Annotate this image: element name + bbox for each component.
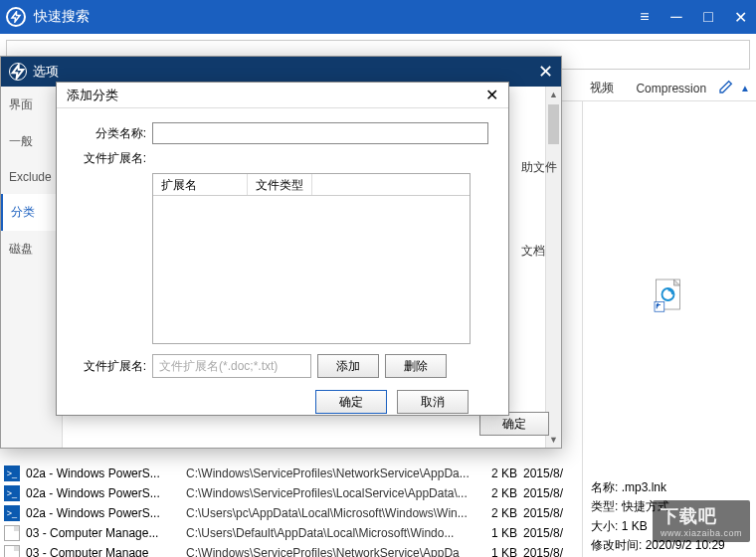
category-name-label: 分类名称: <box>77 125 146 142</box>
file-name: 02a - Windows PowerS... <box>26 486 180 500</box>
powershell-icon: >_ <box>4 485 20 501</box>
file-path: C:\Windows\ServiceProfiles\NetworkServic… <box>186 546 472 557</box>
scroll-up-icon[interactable]: ▲ <box>546 87 561 102</box>
add-button[interactable]: 添加 <box>317 354 379 378</box>
file-row[interactable]: >_02a - Windows PowerS...C:\Windows\Serv… <box>0 464 582 483</box>
modal-titlebar: 添加分类 ✕ <box>57 83 508 108</box>
minimize-icon[interactable]: ─ <box>666 8 686 27</box>
nav-exclude[interactable]: Exclude <box>1 160 62 194</box>
scrollbar[interactable]: ▲ ▼ <box>545 87 561 448</box>
ext-input[interactable] <box>152 354 311 378</box>
powershell-icon: >_ <box>4 505 20 521</box>
ok-button[interactable]: 确定 <box>315 390 387 414</box>
file-path: C:\Windows\ServiceProfiles\NetworkServic… <box>186 466 472 480</box>
modal-title: 添加分类 <box>67 87 485 104</box>
file-date: 2015/8/ <box>523 506 578 520</box>
chevron-up-icon[interactable]: ▲ <box>740 83 750 93</box>
watermark-text: 下载吧 <box>661 506 717 526</box>
file-path: C:\Users\pc\AppData\Local\Microsoft\Wind… <box>186 506 472 520</box>
file-path: C:\Users\Default\AppData\Local\Microsoft… <box>186 526 472 540</box>
window-controls: ≡ ─ □ ✕ <box>635 8 750 27</box>
app-logo-icon <box>9 63 27 81</box>
close-icon[interactable]: ✕ <box>485 86 498 104</box>
behind-text-helpfile: 助文件 <box>521 159 557 176</box>
nav-disk[interactable]: 磁盘 <box>1 231 62 268</box>
nav-category[interactable]: 分类 <box>1 194 62 231</box>
document-icon <box>4 525 20 541</box>
powershell-icon: >_ <box>4 465 20 481</box>
svg-rect-2 <box>655 301 664 311</box>
shortcut-icon <box>652 277 687 312</box>
meta-name-label: 名称: <box>591 480 618 494</box>
file-size: 2 KB <box>477 466 517 480</box>
file-path: C:\Windows\ServiceProfiles\LocalService\… <box>186 486 472 500</box>
close-icon[interactable]: ✕ <box>538 61 553 83</box>
nav-interface[interactable]: 界面 <box>1 87 62 123</box>
app-title: 快速搜索 <box>34 8 635 26</box>
nav-general[interactable]: 一般 <box>1 123 62 160</box>
options-title: 选项 <box>33 63 538 81</box>
extension-table[interactable]: 扩展名 文件类型 <box>152 173 471 344</box>
meta-mtime-label: 修改时间: <box>591 538 642 552</box>
file-date: 2015/8/ <box>523 546 578 557</box>
behind-text-doc: 文档 <box>521 243 545 260</box>
maximize-icon[interactable]: □ <box>698 8 718 27</box>
file-size: 1 KB <box>477 526 517 540</box>
meta-type-label: 类型: <box>591 499 618 513</box>
close-icon[interactable]: ✕ <box>730 8 750 27</box>
file-size: 2 KB <box>477 506 517 520</box>
edit-icon[interactable] <box>718 79 734 97</box>
file-size: 1 KB <box>477 546 517 557</box>
app-logo-icon <box>6 7 26 27</box>
ext-input-label: 文件扩展名: <box>77 358 146 375</box>
file-name: 02a - Windows PowerS... <box>26 466 180 480</box>
file-row[interactable]: >_02a - Windows PowerS...C:\Users\pc\App… <box>0 503 582 523</box>
delete-button[interactable]: 删除 <box>385 354 447 378</box>
meta-size-label: 大小: <box>591 519 618 533</box>
file-size: 2 KB <box>477 486 517 500</box>
menu-icon[interactable]: ≡ <box>635 8 655 27</box>
file-name: 03 - Computer Manage <box>26 546 180 557</box>
file-date: 2015/8/ <box>523 466 578 480</box>
scroll-thumb[interactable] <box>548 104 559 144</box>
main-titlebar: 快速搜索 ≡ ─ □ ✕ <box>0 0 756 34</box>
file-row[interactable]: >_02a - Windows PowerS...C:\Windows\Serv… <box>0 483 582 503</box>
tab-compression[interactable]: Compression <box>626 80 716 97</box>
tab-video[interactable]: 视频 <box>580 78 624 98</box>
file-row[interactable]: 03 - Computer Manage...C:\Users\Default\… <box>0 523 582 543</box>
options-nav: 界面 一般 Exclude 分类 磁盘 <box>1 87 63 448</box>
watermark: 下载吧 www.xiazaiba.com <box>653 500 750 542</box>
meta-size-value: 1 KB <box>622 519 648 533</box>
file-date: 2015/8/ <box>523 486 578 500</box>
ext-list-label: 文件扩展名: <box>77 150 146 167</box>
file-name: 03 - Computer Manage... <box>26 526 180 540</box>
watermark-url: www.xiazaiba.com <box>661 528 742 538</box>
document-icon <box>4 545 20 557</box>
col-ext[interactable]: 扩展名 <box>153 174 248 195</box>
meta-name-value: .mp3.lnk <box>622 480 666 494</box>
add-category-modal: 添加分类 ✕ 分类名称: 文件扩展名: 扩展名 文件类型 文件扩展名: 添加 删… <box>56 82 509 416</box>
preview-thumbnail <box>591 109 748 478</box>
file-date: 2015/8/ <box>523 526 578 540</box>
preview-pane: 名称: .mp3.lnk 类型: 快捷方式 大小: 1 KB 修改时间: 202… <box>582 101 756 557</box>
cancel-button[interactable]: 取消 <box>397 390 469 414</box>
category-name-input[interactable] <box>152 122 488 144</box>
file-row[interactable]: 03 - Computer ManageC:\Windows\ServicePr… <box>0 543 582 557</box>
col-type[interactable]: 文件类型 <box>248 174 312 195</box>
file-name: 02a - Windows PowerS... <box>26 506 180 520</box>
